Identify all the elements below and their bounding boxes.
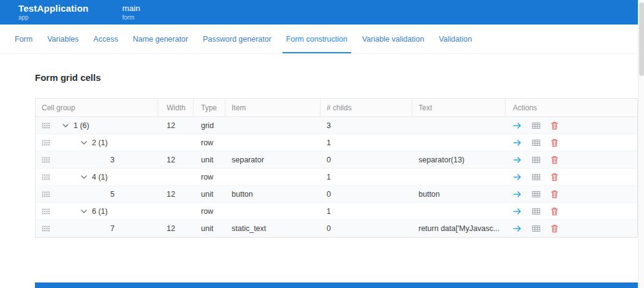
- childs-cell: 3: [320, 117, 412, 134]
- trash-icon[interactable]: [551, 138, 558, 147]
- item-cell: [225, 117, 320, 134]
- arrow-right-icon[interactable]: [513, 122, 521, 129]
- width-cell: 12: [158, 220, 194, 237]
- text-cell: return data['MyJavasc...: [412, 220, 506, 237]
- column-header-width: Width: [158, 99, 194, 116]
- drag-handle-icon[interactable]: [42, 208, 50, 214]
- table-icon[interactable]: [532, 139, 540, 146]
- cell-group-label: 7: [110, 224, 115, 233]
- trash-icon[interactable]: [551, 207, 558, 216]
- cell-group-label: 6 (1): [92, 207, 108, 216]
- arrow-right-icon[interactable]: [513, 208, 521, 215]
- tab-label: Password generator: [203, 35, 271, 44]
- table-row: 6 (1) row 1: [36, 203, 637, 220]
- arrow-right-icon[interactable]: [513, 173, 521, 181]
- chevron-down-icon[interactable]: [81, 141, 88, 145]
- chevron-down-icon[interactable]: [81, 210, 88, 213]
- childs-cell: 0: [320, 186, 412, 202]
- actions-cell: [506, 151, 637, 168]
- text-cell: separator(13): [412, 151, 506, 168]
- tab-form[interactable]: Form: [7, 25, 40, 53]
- item-cell: [225, 169, 320, 185]
- cell-group-label: 4 (1): [92, 173, 108, 181]
- tab-label: Name generator: [133, 35, 188, 44]
- tab-label: Access: [93, 35, 118, 44]
- actions-cell: [506, 117, 637, 134]
- arrow-right-icon[interactable]: [513, 225, 521, 232]
- table-row: 7 12 unit static_text 0 return data['MyJ…: [36, 220, 637, 237]
- type-cell: grid: [194, 117, 225, 134]
- text-cell: [412, 203, 506, 219]
- form-title-block[interactable]: main form: [122, 4, 140, 21]
- tab-label: Form: [15, 35, 32, 44]
- type-cell: row: [194, 169, 225, 185]
- page-title: Form grid cells: [35, 72, 101, 83]
- table-row: 3 12 unit separator 0 separator(13): [36, 151, 637, 169]
- width-cell: [158, 134, 194, 151]
- table-row: 5 12 unit button 0 button: [36, 186, 637, 203]
- text-cell: button: [412, 186, 506, 202]
- type-cell: unit: [194, 220, 225, 237]
- type-cell: unit: [194, 186, 225, 202]
- app-title-block[interactable]: TestApplication app: [18, 3, 88, 21]
- column-header-item: Item: [225, 99, 320, 116]
- app-window: TestApplication app main form Form Varia…: [0, 0, 644, 288]
- column-header-childs: # childs: [320, 99, 412, 116]
- table-header-row: Cell group Width Type Item # childs Text…: [36, 99, 637, 117]
- trash-icon[interactable]: [551, 121, 558, 130]
- table-icon[interactable]: [532, 173, 540, 181]
- table-row: 2 (1) row 1: [36, 134, 637, 151]
- width-cell: [158, 169, 194, 185]
- tab-variables[interactable]: Variables: [40, 25, 86, 53]
- cell-group-label: 3: [110, 156, 115, 164]
- form-grid-cells-table: Cell group Width Type Item # childs Text…: [35, 98, 638, 238]
- drag-handle-icon[interactable]: [42, 191, 50, 197]
- trash-icon[interactable]: [551, 156, 558, 164]
- actions-cell: [506, 186, 637, 202]
- table-icon[interactable]: [532, 191, 540, 198]
- tab-variable-validation[interactable]: Variable validation: [355, 25, 431, 53]
- actions-cell: [506, 134, 637, 151]
- column-header-type: Type: [194, 99, 225, 116]
- table-icon[interactable]: [532, 225, 540, 232]
- childs-cell: 1: [320, 134, 412, 151]
- tab-form-construction[interactable]: Form construction: [279, 25, 355, 53]
- form-title: main: [122, 4, 140, 13]
- chevron-down-icon[interactable]: [63, 124, 70, 127]
- scrollbar-thumb[interactable]: [639, 2, 644, 76]
- arrow-right-icon[interactable]: [513, 139, 521, 146]
- chevron-down-icon[interactable]: [81, 175, 88, 179]
- type-cell: unit: [194, 151, 225, 168]
- cell-group-label: 2 (1): [92, 138, 108, 147]
- tab-bar: Form Variables Access Name generator Pas…: [0, 25, 638, 54]
- tab-access[interactable]: Access: [86, 25, 125, 53]
- tab-label: Form construction: [286, 35, 347, 44]
- tab-validation[interactable]: Validation: [431, 25, 479, 53]
- actions-cell: [506, 220, 637, 237]
- drag-handle-icon[interactable]: [42, 140, 50, 146]
- trash-icon[interactable]: [551, 224, 558, 233]
- type-cell: row: [194, 134, 225, 151]
- drag-handle-icon[interactable]: [42, 123, 50, 129]
- drag-handle-icon[interactable]: [42, 225, 50, 232]
- tab-label: Validation: [439, 35, 472, 44]
- table-icon[interactable]: [532, 122, 540, 129]
- table-icon[interactable]: [532, 208, 540, 215]
- column-header-text: Text: [412, 99, 506, 116]
- drag-handle-icon[interactable]: [42, 157, 50, 163]
- tab-name-generator[interactable]: Name generator: [126, 25, 195, 53]
- arrow-right-icon[interactable]: [513, 191, 521, 198]
- arrow-right-icon[interactable]: [513, 156, 521, 164]
- cell-group-label: 5: [110, 190, 115, 199]
- scrollbar[interactable]: [638, 0, 644, 288]
- text-cell: [412, 117, 506, 134]
- childs-cell: 1: [320, 169, 412, 185]
- item-cell: separator: [225, 151, 320, 168]
- drag-handle-icon[interactable]: [42, 174, 50, 180]
- trash-icon[interactable]: [551, 190, 558, 199]
- trash-icon[interactable]: [551, 173, 558, 181]
- text-cell: [412, 134, 506, 151]
- table-icon[interactable]: [532, 156, 540, 164]
- tab-password-generator[interactable]: Password generator: [195, 25, 279, 53]
- bottom-accent-bar: [35, 282, 644, 288]
